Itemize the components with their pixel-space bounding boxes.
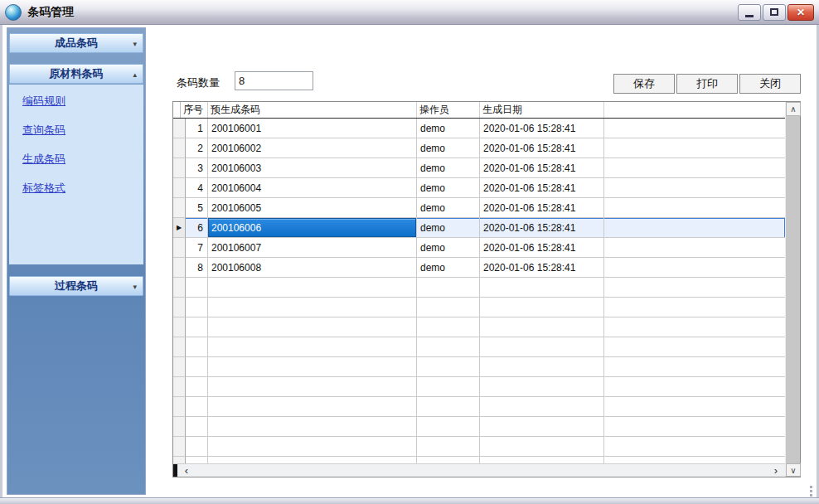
- sidebar-link[interactable]: 标签格式: [22, 181, 65, 196]
- table-row[interactable]: 8 200106008 demo 2020-01-06 15:28:41: [173, 258, 785, 278]
- cell-seq[interactable]: [186, 377, 208, 397]
- table-row[interactable]: [173, 377, 785, 397]
- cell-seq[interactable]: [186, 417, 208, 437]
- row-indicator[interactable]: [173, 138, 186, 158]
- row-indicator[interactable]: [173, 417, 186, 437]
- table-row[interactable]: [173, 357, 785, 377]
- cell-operator[interactable]: [417, 457, 480, 463]
- cell-seq[interactable]: [186, 397, 208, 417]
- cell-date[interactable]: 2020-01-06 15:28:41: [480, 138, 604, 158]
- vertical-scrollbar[interactable]: ∧ ∨: [785, 102, 800, 477]
- table-row[interactable]: [173, 397, 785, 417]
- cell-seq[interactable]: 4: [186, 178, 208, 198]
- row-indicator[interactable]: [173, 278, 186, 298]
- table-row[interactable]: [173, 437, 785, 457]
- cell-barcode[interactable]: [208, 437, 417, 457]
- scroll-up-button[interactable]: ∧: [786, 102, 801, 116]
- cell-barcode[interactable]: 200106008: [208, 258, 417, 278]
- cell-operator[interactable]: demo: [417, 119, 480, 138]
- cell-barcode[interactable]: 200106001: [208, 119, 417, 138]
- cell-barcode[interactable]: [208, 337, 417, 357]
- cell-operator[interactable]: [417, 417, 480, 437]
- cell-date[interactable]: [480, 337, 604, 357]
- cell-date[interactable]: 2020-01-06 15:28:41: [480, 258, 604, 278]
- row-indicator[interactable]: [173, 397, 186, 417]
- table-row[interactable]: 4 200106004 demo 2020-01-06 15:28:41: [173, 178, 785, 198]
- titlebar[interactable]: 条码管理 ✕: [0, 0, 819, 25]
- cell-seq[interactable]: 1: [186, 119, 208, 138]
- cell-barcode[interactable]: [208, 278, 417, 298]
- cell-operator[interactable]: [417, 377, 480, 397]
- cell-operator[interactable]: demo: [417, 218, 480, 238]
- row-indicator[interactable]: [173, 158, 186, 178]
- row-indicator[interactable]: [173, 198, 186, 218]
- quantity-input[interactable]: [235, 71, 313, 90]
- row-indicator[interactable]: [173, 437, 186, 457]
- row-indicator[interactable]: [173, 119, 186, 138]
- cell-operator[interactable]: demo: [417, 238, 480, 258]
- horizontal-scrollbar[interactable]: ‹ ›: [173, 463, 785, 477]
- header-barcode[interactable]: 预生成条码: [208, 102, 417, 118]
- cell-barcode[interactable]: 200106004: [208, 178, 417, 198]
- cell-date[interactable]: [480, 357, 604, 377]
- cell-barcode[interactable]: [208, 377, 417, 397]
- table-row[interactable]: 2 200106002 demo 2020-01-06 15:28:41: [173, 138, 785, 158]
- row-indicator[interactable]: [173, 298, 186, 317]
- cell-barcode[interactable]: [208, 298, 417, 317]
- table-row[interactable]: 3 200106003 demo 2020-01-06 15:28:41: [173, 158, 785, 178]
- table-row[interactable]: [173, 298, 785, 317]
- cell-barcode[interactable]: [208, 417, 417, 437]
- header-date[interactable]: 生成日期: [480, 102, 604, 118]
- sidebar-link[interactable]: 查询条码: [22, 123, 65, 138]
- cell-operator[interactable]: demo: [417, 198, 480, 218]
- cell-seq[interactable]: 2: [186, 138, 208, 158]
- cell-seq[interactable]: 6: [186, 218, 208, 238]
- row-indicator[interactable]: [173, 238, 186, 258]
- cell-barcode[interactable]: 200106006: [208, 218, 417, 238]
- cell-date[interactable]: 2020-01-06 15:28:41: [480, 198, 604, 218]
- table-row[interactable]: [173, 457, 785, 463]
- row-indicator[interactable]: [173, 337, 186, 357]
- table-row[interactable]: 5 200106005 demo 2020-01-06 15:28:41: [173, 198, 785, 218]
- header-seq[interactable]: 序号: [181, 102, 208, 118]
- cell-date[interactable]: [480, 457, 604, 463]
- cell-operator[interactable]: [417, 317, 480, 337]
- row-indicator[interactable]: [173, 258, 186, 278]
- cell-date[interactable]: 2020-01-06 15:28:41: [480, 238, 604, 258]
- cell-operator[interactable]: [417, 437, 480, 457]
- maximize-button[interactable]: [763, 4, 786, 21]
- scroll-down-button[interactable]: ∨: [786, 463, 801, 477]
- row-indicator[interactable]: [173, 357, 186, 377]
- scroll-left-button[interactable]: ‹: [179, 464, 194, 477]
- cell-operator[interactable]: demo: [417, 258, 480, 278]
- cell-date[interactable]: 2020-01-06 15:28:41: [480, 119, 604, 138]
- table-row[interactable]: [173, 337, 785, 357]
- cell-seq[interactable]: [186, 437, 208, 457]
- cell-seq[interactable]: [186, 298, 208, 317]
- header-operator[interactable]: 操作员: [417, 102, 480, 118]
- cell-operator[interactable]: [417, 278, 480, 298]
- cell-operator[interactable]: demo: [417, 138, 480, 158]
- cell-seq[interactable]: [186, 457, 208, 463]
- cell-seq[interactable]: 7: [186, 238, 208, 258]
- row-indicator[interactable]: [173, 317, 186, 337]
- cell-operator[interactable]: demo: [417, 178, 480, 198]
- cell-seq[interactable]: [186, 337, 208, 357]
- table-row[interactable]: ▶ 6 200106006 demo 2020-01-06 15:28:41: [173, 218, 785, 238]
- sidebar-section-finished-product[interactable]: 成品条码 ▾: [9, 33, 143, 53]
- cell-barcode[interactable]: 200106007: [208, 238, 417, 258]
- table-row[interactable]: [173, 317, 785, 337]
- cell-seq[interactable]: [186, 357, 208, 377]
- cell-seq[interactable]: 8: [186, 258, 208, 278]
- cell-barcode[interactable]: [208, 357, 417, 377]
- save-button[interactable]: 保存: [613, 74, 675, 94]
- cell-seq[interactable]: [186, 278, 208, 298]
- cell-date[interactable]: [480, 417, 604, 437]
- cell-seq[interactable]: 5: [186, 198, 208, 218]
- cell-barcode[interactable]: 200106005: [208, 198, 417, 218]
- cell-date[interactable]: [480, 278, 604, 298]
- table-row[interactable]: [173, 278, 785, 298]
- cell-operator[interactable]: [417, 397, 480, 417]
- close-button[interactable]: 关闭: [739, 74, 801, 94]
- sidebar-section-process[interactable]: 过程条码 ▾: [9, 276, 143, 296]
